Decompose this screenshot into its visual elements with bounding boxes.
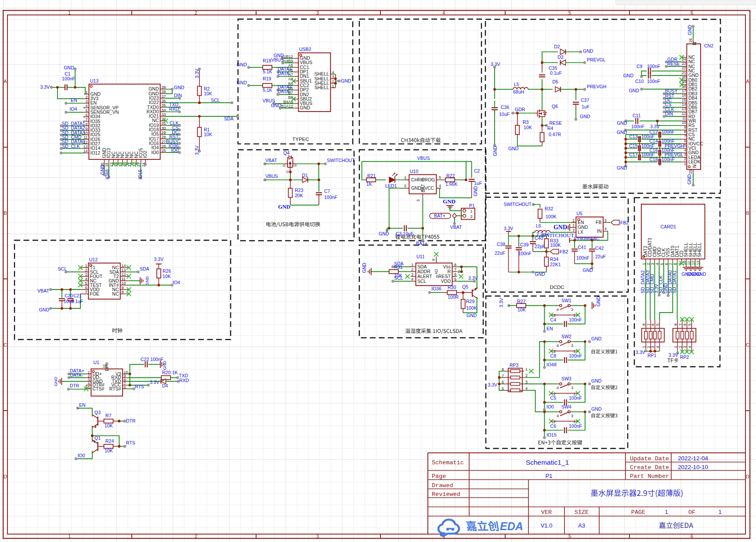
svg-text:6: 6 <box>691 534 693 539</box>
svg-text:GND: GND <box>580 114 590 119</box>
svg-text:4: 4 <box>85 277 87 281</box>
svg-text:R31: R31 <box>394 264 402 270</box>
svg-text:7: 7 <box>454 267 456 272</box>
svg-text:SDA: SDA <box>224 116 234 121</box>
svg-text:5.1K: 5.1K <box>263 87 272 93</box>
svg-text:GND: GND <box>411 186 421 191</box>
svg-text:D4: D4 <box>162 383 168 388</box>
svg-text:PAGE: PAGE <box>631 509 645 516</box>
svg-text:Q6: Q6 <box>552 104 558 109</box>
svg-text:10K: 10K <box>105 448 113 453</box>
svg-text:GND: GND <box>617 130 627 135</box>
svg-text:L6: L6 <box>536 223 541 228</box>
svg-text:R30: R30 <box>448 285 456 290</box>
svg-text:100K: 100K <box>546 214 557 219</box>
svg-text:17: 17 <box>682 89 686 93</box>
svg-text:P1: P1 <box>469 203 475 208</box>
svg-text:12: 12 <box>682 112 686 116</box>
svg-text:GND: GND <box>174 85 184 90</box>
svg-text:U12: U12 <box>89 257 98 262</box>
svg-text:C7: C7 <box>324 188 330 194</box>
svg-text:LEDK: LEDK <box>688 159 700 164</box>
svg-text:100nF: 100nF <box>569 395 582 401</box>
svg-text:FB: FB <box>596 220 601 225</box>
svg-text:0.1uF: 0.1uF <box>72 299 83 304</box>
svg-text:8: 8 <box>85 122 87 126</box>
svg-text:9: 9 <box>684 125 686 130</box>
svg-text:IN: IN <box>597 228 602 234</box>
svg-text:13: 13 <box>682 107 686 111</box>
svg-text:3.3V: 3.3V <box>669 352 678 358</box>
svg-text:1: 1 <box>684 162 686 166</box>
svg-text:1: 1 <box>332 84 334 88</box>
svg-text:100nF: 100nF <box>631 124 644 129</box>
svg-text:C41: C41 <box>578 245 586 250</box>
svg-text:3: 3 <box>683 346 687 348</box>
svg-text:C20: C20 <box>65 293 73 298</box>
svg-text:GND: GND <box>271 103 282 108</box>
svg-text:Q5: Q5 <box>462 284 468 289</box>
svg-text:GND: GND <box>596 296 601 307</box>
svg-text:100nF: 100nF <box>518 251 532 256</box>
svg-text:R21: R21 <box>367 173 376 178</box>
svg-text:SHELL: SHELL <box>697 242 702 257</box>
svg-text:GND: GND <box>492 146 498 156</box>
svg-text:1: 1 <box>404 175 406 180</box>
svg-text:100nF: 100nF <box>324 195 337 200</box>
svg-text:EDA: EDA <box>500 520 523 532</box>
svg-text:10: 10 <box>122 281 126 285</box>
svg-text:10K: 10K <box>204 132 212 137</box>
svg-text:6: 6 <box>454 272 456 277</box>
svg-text:R22: R22 <box>446 173 455 178</box>
svg-text:3.3V: 3.3V <box>194 145 199 155</box>
svg-text:D: D <box>4 474 7 479</box>
svg-text:5: 5 <box>454 277 456 282</box>
svg-text:20K: 20K <box>295 193 303 198</box>
svg-text:D: D <box>282 164 286 167</box>
svg-text:RP3: RP3 <box>510 362 519 368</box>
svg-text:3: 3 <box>571 386 573 390</box>
svg-text:GND: GND <box>617 120 627 126</box>
svg-text:D5: D5 <box>552 79 558 84</box>
svg-text:1: 1 <box>470 209 473 213</box>
svg-text:2: 2 <box>470 214 473 219</box>
svg-text:IO0: IO0 <box>152 150 159 155</box>
svg-text:100nF: 100nF <box>662 157 675 162</box>
svg-text:4: 4 <box>684 148 686 152</box>
svg-text:100nF: 100nF <box>662 129 675 134</box>
svg-text:C8: C8 <box>550 353 557 358</box>
svg-text:SIZE: SIZE <box>575 509 589 516</box>
svg-text:GND: GND <box>237 80 247 85</box>
svg-text:GND: GND <box>467 313 477 318</box>
svg-text:6: 6 <box>683 323 687 325</box>
svg-text:1K: 1K <box>172 370 178 375</box>
svg-text:GND: GND <box>629 88 640 93</box>
svg-text:GND: GND <box>687 25 692 35</box>
svg-text:R27: R27 <box>517 299 525 304</box>
svg-text:100nF: 100nF <box>647 79 660 84</box>
svg-text:IO4: IO4 <box>173 280 180 285</box>
svg-text:U5: U5 <box>576 211 582 216</box>
svg-text:3: 3 <box>85 99 87 104</box>
svg-text:IO15: IO15 <box>137 170 143 180</box>
svg-text:S: S <box>293 165 297 167</box>
svg-text:D: D <box>746 474 749 479</box>
svg-text:SWITCHOUT: SWITCHOUT <box>327 158 355 163</box>
svg-text:C: C <box>746 342 749 347</box>
svg-text:100nF: 100nF <box>569 353 582 358</box>
svg-text:IO0: IO0 <box>171 148 179 153</box>
svg-text:2: 2 <box>195 534 197 539</box>
svg-text:C15: C15 <box>629 143 637 148</box>
svg-text:C36: C36 <box>501 105 509 110</box>
svg-text:1.66K: 1.66K <box>445 181 457 187</box>
svg-text:P1: P1 <box>546 473 553 479</box>
svg-text:GND: GND <box>535 271 545 277</box>
svg-text:Q4: Q4 <box>283 150 289 155</box>
svg-text:1: 1 <box>411 263 413 267</box>
svg-text:GND: GND <box>582 267 593 273</box>
svg-text:1: 1 <box>572 218 575 223</box>
svg-text:10K: 10K <box>517 307 526 312</box>
svg-text:LED1: LED1 <box>385 183 397 188</box>
svg-text:3.3V: 3.3V <box>650 124 660 129</box>
svg-text:100K: 100K <box>466 305 477 311</box>
